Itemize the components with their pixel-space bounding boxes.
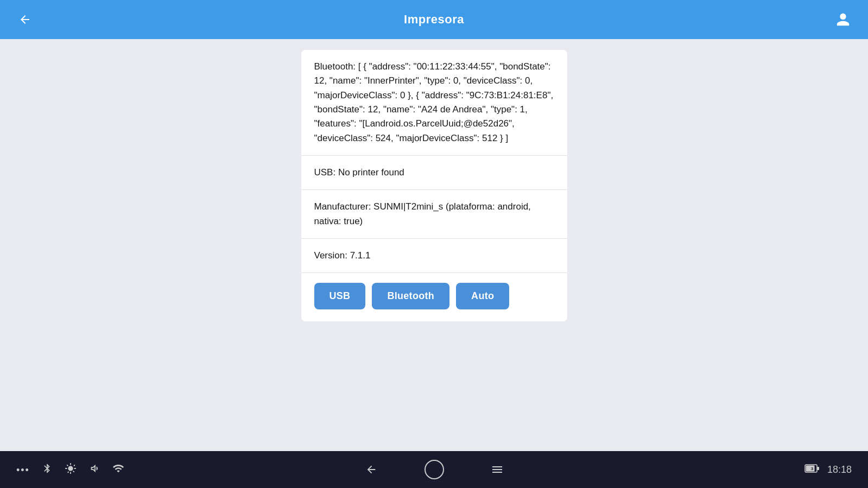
bottom-bar: ••• <box>0 451 868 488</box>
bottom-left-icons: ••• <box>16 462 124 477</box>
usb-section: USB: No printer found <box>301 156 567 190</box>
bluetooth-text: Bluetooth: [ { "address": "00:11:22:33:4… <box>314 60 554 145</box>
time-display: 18:18 <box>827 464 852 476</box>
page-title: Impresora <box>404 12 464 27</box>
bottom-right: 3 18:18 <box>804 464 852 476</box>
back-button[interactable] <box>13 8 37 31</box>
manufacturer-text: Manufacturer: SUNMI|T2mini_s (plataforma… <box>314 200 554 229</box>
wifi-icon[interactable] <box>112 462 124 477</box>
user-icon[interactable] <box>831 8 855 31</box>
nav-back-button[interactable] <box>362 460 381 479</box>
buttons-section: USB Bluetooth Auto <box>301 273 567 321</box>
bluetooth-status-icon[interactable] <box>42 463 53 477</box>
version-text: Version: 7.1.1 <box>314 249 554 263</box>
top-bar: Impresora <box>0 0 868 39</box>
usb-text: USB: No printer found <box>314 166 554 180</box>
brightness-icon[interactable] <box>65 462 77 477</box>
usb-button[interactable]: USB <box>314 283 366 309</box>
version-section: Version: 7.1.1 <box>301 239 567 273</box>
info-panel: Bluetooth: [ { "address": "00:11:22:33:4… <box>301 50 567 321</box>
volume-icon[interactable] <box>88 462 100 477</box>
manufacturer-section: Manufacturer: SUNMI|T2mini_s (plataforma… <box>301 190 567 239</box>
bottom-nav-center <box>362 460 507 479</box>
nav-home-button[interactable] <box>425 460 444 479</box>
svg-rect-2 <box>817 467 819 470</box>
bluetooth-section: Bluetooth: [ { "address": "00:11:22:33:4… <box>301 50 567 156</box>
main-content: Bluetooth: [ { "address": "00:11:22:33:4… <box>0 39 868 451</box>
battery-icon: 3 <box>804 464 820 476</box>
auto-button[interactable]: Auto <box>456 283 509 309</box>
more-icon[interactable]: ••• <box>16 464 30 476</box>
nav-menu-button[interactable] <box>487 460 507 479</box>
svg-text:3: 3 <box>811 466 814 471</box>
bluetooth-button[interactable]: Bluetooth <box>372 283 449 309</box>
